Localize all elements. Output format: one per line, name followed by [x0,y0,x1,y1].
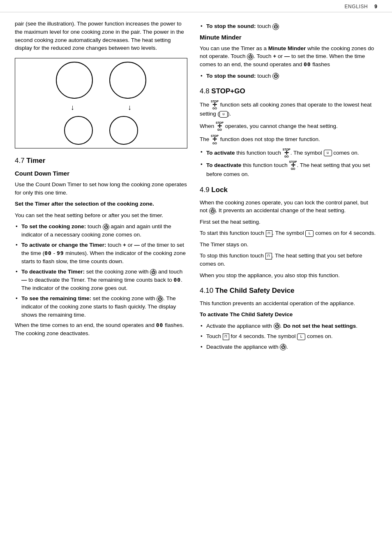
bullet-activate-timer: To activate or change the Timer: touch +… [15,241,187,265]
page-number: 9 [374,3,377,10]
display-00-2: 00 [173,276,181,284]
timer-icon-1: ⏻ [103,224,109,230]
bottom-circles-row [64,116,138,145]
circle-bottom-right [109,116,138,145]
child-safety-key-icon: ⊓ [223,334,229,340]
language-label: ENGLISH [344,3,368,10]
child-safety-intro: This function prevents an accidental ope… [200,299,377,308]
lock-text4: The Timer stays on. [200,241,377,249]
bullet-deactivate-timer: To deactivate the Timer: set the cooking… [15,268,187,292]
bullet-see-remaining: To see the remaining time: set the cooki… [15,294,187,319]
section-48-title: 4.8 STOP+GO [200,86,377,97]
mm-stop-sound: To stop the sound: touch ⏻ [200,72,377,80]
stopgo-icon-2: STOP✛GO [216,121,224,131]
timer-icon-2: ⏻ [150,269,157,276]
stop-sound-top-bullet: To stop the sound: touch ⏻ [200,22,377,30]
countdown-timer-title: Count Down Timer [15,169,187,178]
arrow-down-right: ↓ [128,104,131,111]
lock-key-icon-1: ⊓ [266,230,272,237]
display-flash: 00 [156,322,164,329]
stopgo-icon-1: STOP✛GO [211,100,219,110]
mm-display: 00 [304,61,311,69]
section-48-number: 4.8 [200,87,210,95]
arrows-row: ↓ ↓ [71,104,131,111]
section-47: 4.7 Timer Count Down Timer Use the Count… [15,156,187,338]
illustration: ↓ ↓ [15,58,187,148]
countdown-intro: Use the Count Down Timer to set how long… [15,181,187,197]
stopgo-deactivate: To deactivate this function touch STOP✛G… [200,160,377,178]
countdown-instruction: You can set the heat setting before or a… [15,211,187,220]
stop-sound-top-list: To stop the sound: touch ⏻ [200,22,377,30]
section-410: 4.10 The Child Safety Device This functi… [200,286,377,351]
stopgo-intro3: The STOP✛GO function does not stop the t… [200,134,377,144]
stopgo-activate: To activate this function touch STOP✛GO.… [200,148,377,158]
lock-text6: When you stop the appliance, you also st… [200,271,377,280]
intro-paragraph: pair (see the illustration). The power f… [15,20,187,52]
child-safety-bullet-1: Activate the appliance with ⏻. Do not se… [200,322,377,330]
left-column: pair (see the illustration). The power f… [15,20,187,546]
countdown-bullets: To set the cooking zone: touch ⏻ again a… [15,222,187,319]
lock-key-icon-2: ⊓ [265,253,272,259]
u-icon-2: u [324,150,332,156]
countdown-outro: When the time comes to an end, the sound… [15,321,187,337]
section-48: 4.8 STOP+GO The STOP✛GO function sets al… [200,86,377,178]
minute-minder-text: You can use the Timer as a Minute Minder… [200,44,377,69]
stopgo-intro1: The STOP✛GO function sets all cooking zo… [200,100,377,118]
circles-diagram: ↓ ↓ [20,62,182,145]
child-safety-icon-1: ⏻ [274,323,280,329]
lock-text5: To stop this function touch ⊓. The heat … [200,252,377,268]
minute-minder-section: Minute Minder You can use the Timer as a… [200,33,377,80]
child-safety-bullet-3: Deactivate the appliance with ⏻. [200,343,377,351]
section-47-title: 4.7 Timer [15,156,187,166]
stopgo-icon-3: STOP✛GO [211,134,219,144]
u-icon-1: u [219,111,228,118]
child-safety-activate-title: To activate The Child Safety Device [200,310,377,319]
child-safety-bullet-2: Touch ⊓ for 4 seconds. The symbol L come… [200,332,377,341]
display-00: 00 [44,250,52,257]
section-49-number: 4.9 [200,186,210,194]
page: ENGLISH 9 pair (see the illustration). T… [0,0,392,556]
section-47-number: 4.7 [15,157,25,164]
stop-icon-top: ⏻ [272,23,279,30]
countdown-bold-instruction: Set the Timer after the selection of the… [15,200,187,208]
circle-top-right [109,62,146,99]
lock-text3: To start this function touch ⊓. The symb… [200,229,377,237]
child-safety-icon-2: ⏻ [280,344,286,350]
lock-text1: When the cooking zones operate, you can … [200,199,377,215]
timer-icon-3: ⏻ [157,296,163,302]
content-area: pair (see the illustration). The power f… [0,12,392,556]
section-49: 4.9 Lock When the cooking zones operate,… [200,185,377,279]
lock-l-icon-1: L [305,230,314,237]
mm-icon-1: ⏻ [247,53,254,60]
section-410-title: 4.10 The Child Safety Device [200,286,377,296]
child-safety-bullets: Activate the appliance with ⏻. Do not se… [200,322,377,351]
lock-text2: First set the heat setting. [200,218,377,226]
stopgo-bullets: To activate this function touch STOP✛GO.… [200,148,377,178]
display-99: 99 [57,250,64,257]
arrow-down-left: ↓ [71,104,74,111]
right-column: To stop the sound: touch ⏻ Minute Minder… [200,20,377,546]
top-circles-row [56,62,146,99]
bullet-set-cooking-zone: To set the cooking zone: touch ⏻ again a… [15,222,187,239]
circle-top-left [56,62,93,99]
lock-icon-1: ⏻ [209,208,216,214]
stopgo-icon-activate: STOP✛GO [283,148,291,158]
minute-minder-title: Minute Minder [200,33,377,42]
child-safety-l-icon: L [297,334,305,340]
circle-bottom-left [64,116,93,145]
mm-stop-icon: ⏻ [272,73,279,79]
minute-minder-bullets: To stop the sound: touch ⏻ [200,72,377,80]
stopgo-icon-deactivate: STOP✛GO [289,160,297,170]
section-49-title: 4.9 Lock [200,185,377,195]
stopgo-intro2: When STOP✛GO operates, you cannot change… [200,121,377,131]
page-header: ENGLISH 9 [0,0,392,12]
section-410-number: 4.10 [200,287,213,294]
